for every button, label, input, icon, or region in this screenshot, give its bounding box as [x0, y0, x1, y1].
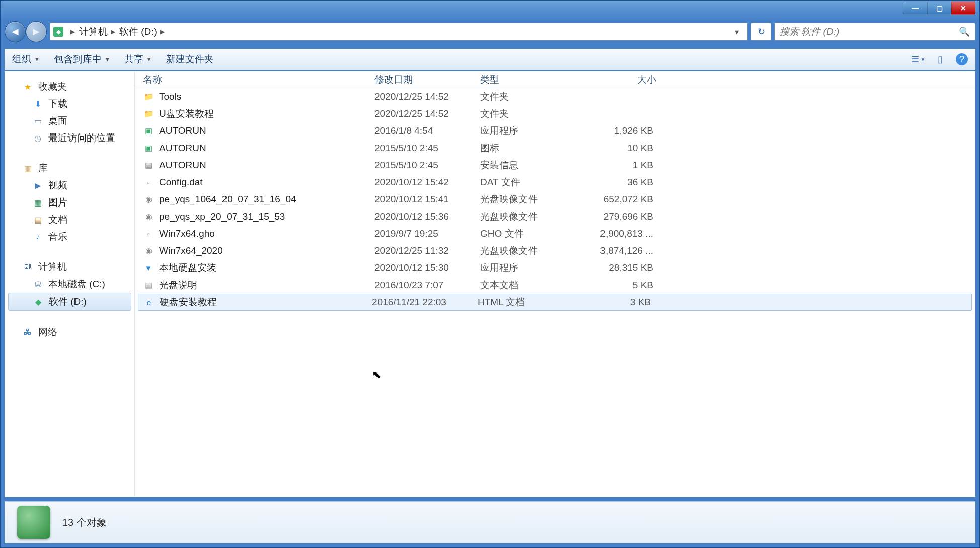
- file-size: 3,874,126 ...: [586, 245, 656, 256]
- file-size: 28,315 KB: [586, 262, 656, 273]
- organize-menu[interactable]: 组织▼: [12, 53, 40, 66]
- preview-pane-button[interactable]: ▯: [934, 53, 947, 66]
- file-icon: ▤: [143, 280, 154, 291]
- video-icon: ▶: [32, 180, 43, 191]
- file-list: 名称 修改日期 类型 大小 📁Tools2020/12/25 14:52文件夹📁…: [135, 71, 975, 497]
- file-name: 本地硬盘安装: [159, 261, 216, 275]
- file-row[interactable]: ▤光盘说明2016/10/23 7:07文本文档5 KB: [135, 277, 975, 294]
- file-icon: ▫: [143, 177, 154, 188]
- file-icon: ◉: [143, 211, 154, 222]
- file-row[interactable]: ▤AUTORUN2015/5/10 2:45安装信息1 KB: [135, 157, 975, 174]
- share-menu[interactable]: 共享▼: [124, 53, 152, 66]
- col-name[interactable]: 名称: [143, 73, 374, 86]
- col-date[interactable]: 修改日期: [374, 73, 480, 86]
- nav-network-header[interactable]: 🖧网络: [5, 324, 134, 341]
- file-row[interactable]: ▼本地硬盘安装2020/10/12 15:30应用程序28,315 KB: [135, 259, 975, 277]
- file-size: 2,900,813 ...: [586, 228, 656, 239]
- window-controls: — ▢ ✕: [903, 2, 975, 15]
- file-size: 10 KB: [586, 143, 656, 154]
- col-type[interactable]: 类型: [480, 73, 586, 86]
- nav-drive-c[interactable]: ⛁本地磁盘 (C:): [5, 276, 134, 293]
- file-icon: e: [143, 297, 155, 308]
- nav-desktop[interactable]: ▭桌面: [5, 112, 134, 129]
- download-icon: ⬇: [32, 98, 43, 109]
- file-icon: 📁: [143, 108, 154, 119]
- file-icon: 📁: [143, 91, 154, 102]
- file-name: U盘安装教程: [159, 107, 214, 120]
- cursor-icon: ⬉: [372, 368, 381, 381]
- file-row[interactable]: 📁Tools2020/12/25 14:52文件夹: [135, 88, 975, 105]
- command-bar: 组织▼ 包含到库中▼ 共享▼ 新建文件夹 ☰ ▼ ▯ ?: [5, 49, 975, 70]
- breadcrumb-drive[interactable]: 软件 (D:)▶: [117, 25, 167, 38]
- include-library-menu[interactable]: 包含到库中▼: [54, 53, 110, 66]
- file-row[interactable]: ◉pe_yqs_1064_20_07_31_16_042020/10/12 15…: [135, 191, 975, 208]
- maximize-button[interactable]: ▢: [927, 2, 951, 15]
- forward-button[interactable]: ►: [26, 21, 47, 42]
- nav-drive-d[interactable]: ◆软件 (D:): [8, 293, 131, 311]
- address-dropdown[interactable]: ▾: [729, 27, 744, 37]
- computer-icon: 🖳: [22, 261, 33, 272]
- nav-libraries-header[interactable]: ▥库: [5, 160, 134, 177]
- file-type: 光盘映像文件: [480, 210, 586, 223]
- file-name: AUTORUN: [159, 160, 206, 171]
- file-row[interactable]: ◉pe_yqs_xp_20_07_31_15_532020/10/12 15:3…: [135, 208, 975, 225]
- nav-favorites-header[interactable]: ★收藏夹: [5, 78, 134, 95]
- file-date: 2016/11/21 22:03: [372, 297, 478, 308]
- file-row[interactable]: ▣AUTORUN2015/5/10 2:45图标10 KB: [135, 140, 975, 157]
- file-row[interactable]: ▫Config.dat2020/10/12 15:42DAT 文件36 KB: [135, 174, 975, 191]
- view-options-button[interactable]: ☰ ▼: [912, 53, 925, 66]
- file-row[interactable]: ▣AUTORUN2016/1/8 4:54应用程序1,926 KB: [135, 122, 975, 140]
- file-date: 2019/9/7 19:25: [374, 228, 480, 239]
- file-type: 图标: [480, 142, 586, 155]
- file-date: 2020/10/12 15:36: [374, 211, 480, 222]
- file-date: 2015/5/10 2:45: [374, 143, 480, 154]
- file-type: 文本文档: [480, 279, 586, 292]
- file-type: 文件夹: [480, 90, 586, 103]
- breadcrumb-sep[interactable]: ▶: [65, 28, 77, 35]
- help-button[interactable]: ?: [956, 53, 968, 65]
- file-date: 2020/12/25 11:32: [374, 245, 480, 256]
- content-area: ★收藏夹 ⬇下载 ▭桌面 ◷最近访问的位置 ▥库 ▶视频 ▦图片 ▤文档 ♪音乐…: [5, 71, 975, 497]
- file-name: Config.dat: [159, 177, 203, 188]
- nav-videos[interactable]: ▶视频: [5, 177, 134, 194]
- file-size: 5 KB: [586, 280, 656, 291]
- file-date: 2020/12/25 14:52: [374, 108, 480, 119]
- search-icon: 🔍: [959, 26, 970, 37]
- nav-documents[interactable]: ▤文档: [5, 211, 134, 228]
- file-type: HTML 文档: [478, 296, 583, 309]
- back-button[interactable]: ◄: [5, 21, 26, 42]
- file-date: 2016/1/8 4:54: [374, 125, 480, 136]
- nav-recent[interactable]: ◷最近访问的位置: [5, 129, 134, 147]
- file-row[interactable]: ◉Win7x64_20202020/12/25 11:32光盘映像文件3,874…: [135, 242, 975, 259]
- search-input[interactable]: [780, 26, 959, 37]
- nav-downloads[interactable]: ⬇下载: [5, 95, 134, 112]
- file-icon: ◉: [143, 245, 154, 256]
- file-name: Win7x64.gho: [159, 228, 215, 239]
- nav-computer-header[interactable]: 🖳计算机: [5, 258, 134, 276]
- address-bar[interactable]: ◆ ▶ 计算机▶ 软件 (D:)▶ ▾: [50, 23, 748, 41]
- new-folder-button[interactable]: 新建文件夹: [166, 53, 214, 66]
- close-button[interactable]: ✕: [951, 2, 975, 15]
- file-name: Tools: [159, 91, 181, 102]
- search-box[interactable]: 🔍: [774, 23, 975, 41]
- file-row[interactable]: e硬盘安装教程2016/11/21 22:03HTML 文档3 KB: [138, 294, 972, 311]
- file-size: 1 KB: [586, 160, 656, 171]
- nav-pictures[interactable]: ▦图片: [5, 194, 134, 211]
- file-name: 光盘说明: [159, 279, 197, 292]
- file-icon: ▤: [143, 160, 154, 171]
- minimize-button[interactable]: —: [903, 2, 927, 15]
- file-type: 应用程序: [480, 124, 586, 138]
- file-date: 2015/5/10 2:45: [374, 160, 480, 171]
- file-name: AUTORUN: [159, 125, 206, 136]
- file-type: GHO 文件: [480, 227, 586, 240]
- picture-icon: ▦: [32, 197, 43, 208]
- file-row[interactable]: ▫Win7x64.gho2019/9/7 19:25GHO 文件2,900,81…: [135, 225, 975, 242]
- file-date: 2020/10/12 15:30: [374, 262, 480, 273]
- nav-arrows: ◄ ►: [5, 21, 47, 42]
- nav-music[interactable]: ♪音乐: [5, 228, 134, 245]
- refresh-button[interactable]: ↻: [751, 23, 771, 41]
- breadcrumb-computer[interactable]: 计算机▶: [77, 25, 117, 38]
- col-size[interactable]: 大小: [586, 73, 656, 86]
- file-row[interactable]: 📁U盘安装教程2020/12/25 14:52文件夹: [135, 105, 975, 122]
- details-item-count: 13 个对象: [62, 516, 107, 529]
